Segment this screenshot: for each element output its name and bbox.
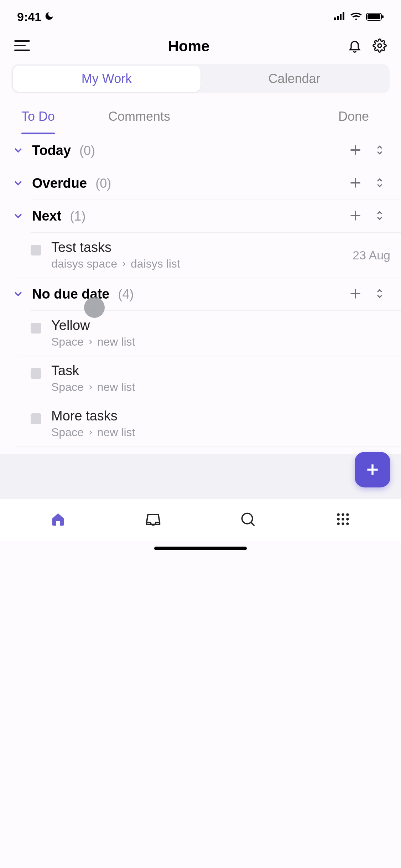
status-bar: 9:41 xyxy=(0,0,401,29)
segment-my-work[interactable]: My Work xyxy=(13,66,200,92)
svg-rect-2 xyxy=(340,14,342,20)
svg-line-22 xyxy=(251,522,254,526)
add-task-button[interactable] xyxy=(349,176,362,191)
section-title: Next xyxy=(32,208,61,224)
task-breadcrumb: daisys space daisys list xyxy=(51,257,353,270)
chevron-right-icon xyxy=(87,339,94,345)
nav-more-button[interactable] xyxy=(335,511,351,528)
home-indicator[interactable] xyxy=(154,547,247,550)
segment-calendar[interactable]: Calendar xyxy=(200,66,388,92)
section-title: Today xyxy=(32,143,71,158)
task-title: More tasks xyxy=(51,408,390,424)
bottom-nav xyxy=(0,498,401,541)
svg-rect-6 xyxy=(382,15,384,18)
svg-point-26 xyxy=(337,518,339,520)
add-task-button[interactable] xyxy=(349,144,362,158)
notifications-button[interactable] xyxy=(348,38,362,54)
task-title: Task xyxy=(51,363,390,378)
status-time: 9:41 xyxy=(17,10,41,24)
task-body: Yellow Space new list xyxy=(51,318,390,348)
task-space: Space xyxy=(51,381,84,394)
task-body: Test tasks daisys space daisys list xyxy=(51,240,353,270)
task-body: More tasks Space new list xyxy=(51,408,390,439)
task-list: new list xyxy=(97,335,135,348)
svg-point-27 xyxy=(342,518,344,520)
task-list: new list xyxy=(97,381,135,394)
task-list: new list xyxy=(97,426,135,439)
task-row[interactable]: More tasks Space new list xyxy=(16,401,401,446)
chevron-right-icon xyxy=(87,429,94,436)
task-row[interactable]: Test tasks daisys space daisys list 23 A… xyxy=(16,233,401,278)
settings-button[interactable] xyxy=(373,38,387,54)
section-header-overdue[interactable]: Overdue (0) xyxy=(0,167,401,200)
svg-point-25 xyxy=(346,513,349,516)
svg-point-23 xyxy=(337,513,339,516)
task-body: Task Space new list xyxy=(51,363,390,394)
chevron-down-icon xyxy=(13,288,25,300)
task-breadcrumb: Space new list xyxy=(51,426,390,439)
task-checkbox[interactable] xyxy=(31,368,41,379)
task-sections: Today (0) Overdue (0) Next (1) Test task… xyxy=(0,134,401,491)
nav-inbox-button[interactable] xyxy=(145,511,161,528)
svg-point-24 xyxy=(342,513,344,516)
chevron-down-icon xyxy=(13,210,25,222)
task-space: Space xyxy=(51,335,84,348)
svg-point-31 xyxy=(346,522,349,525)
section-count: (1) xyxy=(70,209,85,224)
section-header-next[interactable]: Next (1) xyxy=(0,200,401,232)
wifi-icon xyxy=(350,12,362,22)
add-fab-button[interactable] xyxy=(355,452,390,487)
task-title: Yellow xyxy=(51,318,390,333)
section-header-no-due-date[interactable]: No due date (4) xyxy=(0,278,401,310)
reorder-button[interactable] xyxy=(375,287,385,301)
svg-point-29 xyxy=(337,522,339,525)
task-row[interactable]: Yellow Space new list xyxy=(16,311,401,356)
section-actions xyxy=(349,176,388,191)
svg-rect-0 xyxy=(334,17,336,20)
nav-search-button[interactable] xyxy=(240,511,256,528)
add-task-button[interactable] xyxy=(349,287,362,301)
section-count: (0) xyxy=(79,143,95,158)
section-count: (4) xyxy=(118,287,134,302)
section-actions xyxy=(349,209,388,223)
chevron-right-icon xyxy=(121,261,127,267)
reorder-button[interactable] xyxy=(375,144,385,158)
view-segmented-control: My Work Calendar xyxy=(11,64,390,93)
svg-point-30 xyxy=(342,522,344,525)
task-breadcrumb: Space new list xyxy=(51,335,390,348)
svg-rect-1 xyxy=(337,16,339,20)
task-checkbox[interactable] xyxy=(31,245,41,255)
task-list: daisys list xyxy=(131,257,180,270)
nav-home-button[interactable] xyxy=(50,511,66,528)
menu-button[interactable] xyxy=(14,39,30,53)
battery-icon xyxy=(366,12,384,21)
svg-point-21 xyxy=(242,513,252,523)
reorder-button[interactable] xyxy=(375,176,385,191)
task-title: Test tasks xyxy=(51,240,353,255)
task-row[interactable]: Task Space new list xyxy=(16,356,401,401)
add-task-button[interactable] xyxy=(349,209,362,223)
chevron-right-icon xyxy=(87,384,94,391)
tab-comments[interactable]: Comments xyxy=(98,103,181,134)
page-title: Home xyxy=(30,38,348,55)
task-space: daisys space xyxy=(51,257,117,270)
moon-icon xyxy=(44,11,54,22)
tab-done[interactable]: Done xyxy=(328,103,390,134)
tab-todo[interactable]: To Do xyxy=(11,103,66,134)
task-checkbox[interactable] xyxy=(31,323,41,334)
task-checkbox[interactable] xyxy=(31,413,41,424)
list-end-area xyxy=(0,454,401,498)
header-actions xyxy=(348,38,387,54)
svg-rect-5 xyxy=(368,14,380,19)
section-count: (0) xyxy=(95,176,111,191)
section-header-today[interactable]: Today (0) xyxy=(0,134,401,167)
svg-rect-3 xyxy=(343,12,344,20)
status-right xyxy=(334,12,384,22)
section-actions xyxy=(349,287,388,301)
task-due-date: 23 Aug xyxy=(353,248,390,262)
chevron-down-icon xyxy=(13,145,25,157)
signal-icon xyxy=(334,12,346,22)
task-breadcrumb: Space new list xyxy=(51,381,390,394)
svg-point-28 xyxy=(346,518,349,520)
reorder-button[interactable] xyxy=(375,209,385,223)
